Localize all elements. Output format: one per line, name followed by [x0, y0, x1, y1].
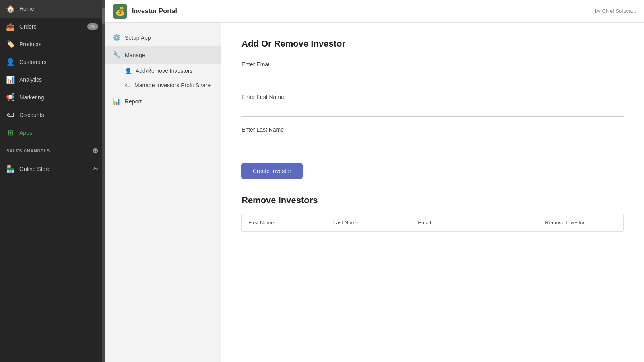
add-remove-icon: 👤 — [125, 68, 132, 74]
last-name-input[interactable] — [242, 136, 624, 149]
home-icon: 🏠 — [6, 5, 14, 13]
sidebar-label-analytics: Analytics — [19, 76, 42, 83]
sidebar-label-discounts: Discounts — [19, 112, 44, 118]
sidebar-item-orders[interactable]: 📥 Orders 26 — [0, 18, 105, 35]
marketing-icon: 📢 — [6, 93, 14, 101]
app-nav-report[interactable]: 📊 Report — [105, 93, 221, 110]
first-name-input[interactable] — [242, 103, 624, 117]
sidebar-item-apps[interactable]: ⊞ Apps — [0, 124, 105, 142]
email-group: Enter Email — [242, 61, 624, 84]
scrollbar-thumb[interactable] — [102, 8, 105, 24]
products-icon: 🏷️ — [6, 40, 14, 48]
online-store-icon: 🏪 — [6, 165, 14, 173]
investors-table: First Name Last Name Email Remove Invest… — [242, 214, 624, 232]
add-sales-channel-button[interactable]: ⊕ — [92, 146, 99, 155]
topbar: 💰 Investor Portal by Chief Softwa... — [105, 0, 644, 23]
app-nav-report-label: Report — [125, 98, 142, 105]
email-label: Enter Email — [242, 61, 624, 68]
create-investor-button[interactable]: Create Investor — [242, 163, 303, 179]
sidebar-label-customers: Customers — [19, 59, 47, 65]
app-title: Investor Portal — [132, 8, 177, 15]
app-logo: 💰 — [113, 4, 127, 19]
scrollbar-track — [102, 0, 105, 362]
sidebar-item-home[interactable]: 🏠 Home — [0, 0, 105, 18]
app-nav-profit-share-label: Manage Investors Profit Share — [134, 82, 211, 88]
sidebar-nav: 🏠 Home 📥 Orders 26 🏷️ Products 👤 Custome… — [0, 0, 105, 362]
app-nav-add-remove-investors[interactable]: 👤 Add/Remove Investors — [125, 64, 221, 78]
sidebar-label-apps: Apps — [19, 130, 32, 136]
app-nav-sub: 👤 Add/Remove Investors 🏷 Manage Investor… — [105, 64, 221, 93]
content-area: ⚙️ Setup App 🔧 Manage 👤 Add/Remove Inves… — [105, 23, 644, 362]
main-sidebar: 🏠 Home 📥 Orders 26 🏷️ Products 👤 Custome… — [0, 0, 105, 362]
sidebar-label-marketing: Marketing — [19, 94, 44, 101]
email-input[interactable] — [242, 71, 624, 84]
app-subtitle: by Chief Softwa... — [595, 8, 636, 14]
app-nav-manage[interactable]: 🔧 Manage — [105, 46, 221, 64]
col-last-name: Last Name — [327, 214, 412, 231]
col-email: Email — [411, 214, 539, 231]
sidebar-item-customers[interactable]: 👤 Customers — [0, 53, 105, 71]
app-nav-setup[interactable]: ⚙️ Setup App — [105, 29, 221, 46]
col-remove: Remove Investor — [539, 214, 623, 231]
remove-investors-title: Remove Investors — [242, 195, 624, 206]
setup-icon: ⚙️ — [113, 34, 121, 41]
app-nav-add-remove-label: Add/Remove Investors — [136, 68, 193, 74]
app-sidebar: ⚙️ Setup App 🔧 Manage 👤 Add/Remove Inves… — [105, 23, 221, 362]
app-nav-setup-label: Setup App — [125, 35, 151, 41]
discounts-icon: 🏷 — [6, 111, 14, 119]
last-name-label: Enter Last Name — [242, 126, 624, 133]
sidebar-label-orders: Orders — [19, 23, 37, 30]
report-icon: 📊 — [113, 97, 121, 105]
sidebar-label-products: Products — [19, 41, 41, 47]
first-name-group: Enter First Name — [242, 94, 624, 117]
sidebar-item-marketing[interactable]: 📢 Marketing — [0, 88, 105, 106]
main-area: 💰 Investor Portal by Chief Softwa... ⚙️ … — [105, 0, 644, 362]
sidebar-item-analytics[interactable]: 📊 Analytics — [0, 71, 105, 88]
sales-channels-header: SALES CHANNELS ⊕ — [0, 142, 105, 160]
first-name-label: Enter First Name — [242, 94, 624, 100]
sidebar-item-discounts[interactable]: 🏷 Discounts — [0, 106, 105, 124]
main-content: Add Or Remove Investor Enter Email Enter… — [221, 23, 644, 362]
manage-icon: 🔧 — [113, 51, 121, 59]
sidebar-label-home: Home — [19, 6, 34, 12]
sidebar-item-online-store[interactable]: 🏪 Online Store 👁 — [0, 160, 105, 178]
app-nav-manage-label: Manage — [125, 52, 145, 58]
sidebar-label-online-store: Online Store — [19, 166, 51, 172]
apps-icon: ⊞ — [6, 129, 14, 137]
orders-icon: 📥 — [6, 23, 14, 31]
analytics-icon: 📊 — [6, 76, 14, 84]
orders-badge: 26 — [87, 23, 98, 30]
app-nav-manage-profit-share[interactable]: 🏷 Manage Investors Profit Share — [125, 78, 221, 93]
col-first-name: First Name — [242, 214, 327, 231]
page-title: Add Or Remove Investor — [242, 39, 624, 49]
customers-icon: 👤 — [6, 58, 14, 66]
last-name-group: Enter Last Name — [242, 126, 624, 149]
table-header: First Name Last Name Email Remove Invest… — [242, 214, 623, 232]
online-store-eye-icon[interactable]: 👁 — [92, 165, 98, 173]
sales-channels-label: SALES CHANNELS — [6, 148, 50, 153]
sidebar-item-products[interactable]: 🏷️ Products — [0, 35, 105, 53]
profit-share-icon: 🏷 — [125, 82, 130, 88]
